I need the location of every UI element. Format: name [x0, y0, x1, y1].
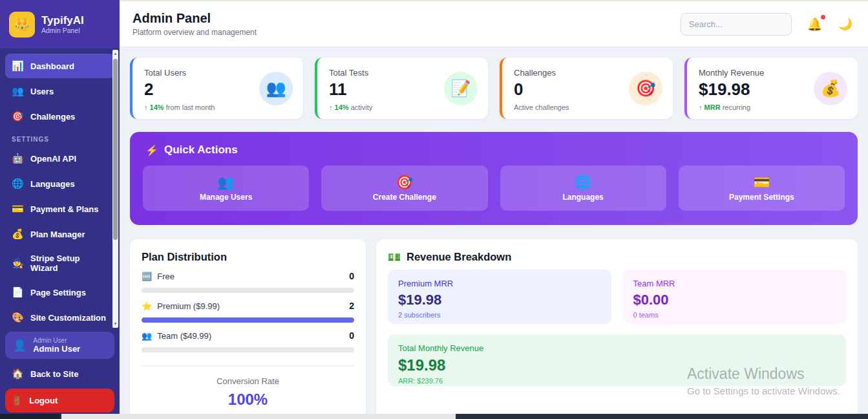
stat-subtext: ↑ 14% from last month	[144, 103, 291, 111]
button-label: Languages	[562, 193, 603, 202]
sidebar-item-label: Site Customization	[30, 313, 106, 323]
sidebar-item-stripe-setup-wizard[interactable]: 🧙 Stripe Setup Wizard	[5, 247, 114, 279]
page-header: Admin Panel Platform overview and manage…	[120, 0, 868, 47]
plan-bar-track	[142, 288, 354, 293]
sidebar-item-label: Payment & Plans	[30, 204, 99, 214]
wizard-icon: 🧙	[12, 257, 23, 269]
logout-button[interactable]: 🚪 Logout	[5, 389, 114, 413]
sidebar-brand: 👑 TypifyAI Admin Panel	[0, 0, 120, 48]
sidebar-item-users[interactable]: 👥 Users	[5, 79, 114, 103]
scrollbar-down-arrow[interactable]: ▼	[113, 320, 118, 328]
globe-icon: 🌐	[575, 175, 591, 189]
plan-count: 0	[349, 330, 354, 341]
team-mrr-sub: 0 teams	[633, 311, 836, 319]
logout-label: Logout	[29, 396, 58, 405]
sidebar-item-page-settings[interactable]: 📄 Page Settings	[5, 280, 114, 305]
manage-users-button[interactable]: 👥 Manage Users	[143, 166, 309, 211]
robot-icon: 🤖	[12, 153, 23, 164]
stat-trend: ↑ MRR	[699, 103, 721, 111]
quick-actions-title: ⚡ Quick Actions	[143, 144, 845, 156]
sidebar-item-payment-plans[interactable]: 💳 Payment & Plans	[5, 197, 114, 221]
sidebar-item-site-customization[interactable]: 🎨 Site Customization	[5, 305, 114, 330]
revenue-breakdown-title: Revenue Breakdown	[407, 251, 511, 263]
back-to-site-link[interactable]: 🏠 Back to Site	[5, 361, 114, 386]
money-bag-icon: 💰	[12, 228, 23, 240]
banknote-icon: 💵	[388, 251, 401, 263]
total-revenue-label: Total Monthly Revenue	[398, 343, 836, 353]
divider	[142, 365, 354, 366]
dashboard-icon: 📊	[12, 60, 23, 72]
notifications-button[interactable]: 🔔	[807, 17, 823, 32]
page-icon: 📄	[12, 286, 23, 298]
sidebar-item-label: Users	[30, 87, 54, 96]
page-subtitle: Platform overview and management	[132, 28, 257, 37]
premium-mrr-box: Premium MRR $19.98 2 subscribers	[388, 270, 611, 324]
search-input[interactable]	[681, 13, 792, 36]
page-title: Admin Panel	[132, 11, 257, 26]
horizontal-scrollbar[interactable]	[0, 414, 868, 419]
stat-trend: ↑ 14%	[329, 103, 349, 111]
total-revenue-value: $19.98	[398, 356, 836, 374]
sidebar-item-languages[interactable]: 🌐 Languages	[5, 171, 114, 196]
conversion-rate-label: Conversion Rate	[142, 376, 354, 386]
quick-actions-panel: ⚡ Quick Actions 👥 Manage Users 🎯 Create …	[130, 132, 858, 225]
sidebar-item-label: Dashboard	[30, 61, 74, 71]
memo-icon: 📝	[444, 72, 478, 105]
plan-bar-track	[142, 347, 354, 352]
credit-card-icon: 💳	[12, 203, 23, 215]
team-mrr-label: Team MRR	[633, 279, 836, 288]
crown-icon: 👑	[14, 17, 30, 32]
scrollbar-up-arrow[interactable]: ▲	[113, 50, 118, 58]
brand-subtitle: Admin Panel	[41, 27, 84, 34]
dashboard-content: Total Users 2 ↑ 14% from last month 👥 To…	[120, 47, 868, 419]
button-label: Manage Users	[200, 193, 252, 202]
sidebar-item-label: Plan Manager	[30, 230, 85, 239]
sidebar-scrollbar[interactable]: ▲ ▼	[112, 50, 118, 328]
user-name: Admin User	[33, 344, 80, 354]
door-icon: 🚪	[12, 396, 22, 405]
dark-mode-toggle[interactable]: 🌙	[838, 17, 852, 31]
target-icon: 🎯	[396, 175, 413, 189]
star-icon: ⭐	[142, 301, 152, 311]
arr-value: ARR: $239.76	[398, 377, 836, 385]
stat-card-monthly-revenue: Monthly Revenue $19.98 ↑ MRR recurring 💰	[684, 58, 858, 119]
total-monthly-revenue-box: Total Monthly Revenue $19.98 ARR: $239.7…	[388, 334, 846, 386]
languages-button[interactable]: 🌐 Languages	[500, 166, 666, 211]
plan-bar-track	[142, 317, 354, 323]
scrollbar-corner	[0, 414, 59, 419]
home-icon: 🏠	[12, 368, 23, 380]
stat-subtext: Active challenges	[514, 103, 661, 111]
plan-distribution-title: Plan Distribution	[142, 251, 354, 263]
sidebar-bottom: 👤 Admin User Admin User 🏠 Back to Site 🚪…	[0, 332, 120, 413]
sidebar-item-label: Languages	[30, 179, 75, 189]
sidebar-item-dashboard[interactable]: 📊 Dashboard	[5, 54, 114, 78]
sidebar-scrollbar-thumb[interactable]	[113, 59, 118, 240]
main-area: Admin Panel Platform overview and manage…	[120, 0, 868, 419]
stat-trend: ↑ 14%	[144, 103, 164, 111]
plan-row-team: 👥Team ($49.99) 0	[142, 330, 354, 352]
create-challenge-button[interactable]: 🎯 Create Challenge	[321, 166, 487, 211]
plan-label: Team ($49.99)	[157, 331, 211, 341]
globe-icon: 🌐	[12, 178, 23, 189]
sidebar-item-openai-api[interactable]: 🤖 OpenAI API	[5, 146, 114, 171]
horizontal-scrollbar-thumb[interactable]	[61, 414, 456, 419]
revenue-breakdown-card: 💵 Revenue Breakdown Premium MRR $19.98 2…	[376, 239, 858, 419]
admin-user-card[interactable]: 👤 Admin User Admin User	[5, 332, 114, 359]
sidebar-item-challenges[interactable]: 🎯 Challenges	[5, 104, 114, 129]
plan-row-premium: ⭐Premium ($9.99) 2	[142, 301, 354, 323]
sidebar-item-label: Stripe Setup Wizard	[30, 253, 108, 273]
stat-subtext: ↑ MRR recurring	[699, 103, 846, 111]
back-to-site-label: Back to Site	[30, 369, 78, 379]
target-icon: 🎯	[629, 72, 662, 105]
sidebar-item-label: Challenges	[30, 112, 75, 122]
settings-section-header: SETTINGS	[4, 129, 116, 145]
credit-card-icon: 💳	[753, 175, 770, 189]
sidebar-item-plan-manager[interactable]: 💰 Plan Manager	[5, 222, 114, 246]
users-icon: 👥	[12, 85, 23, 97]
conversion-rate-value: 100%	[142, 391, 354, 409]
team-icon: 👥	[142, 331, 152, 341]
target-icon: 🎯	[12, 111, 23, 122]
plan-bar-fill	[142, 317, 354, 323]
users-icon: 👥	[218, 175, 235, 189]
payment-settings-button[interactable]: 💳 Payment Settings	[679, 166, 845, 211]
